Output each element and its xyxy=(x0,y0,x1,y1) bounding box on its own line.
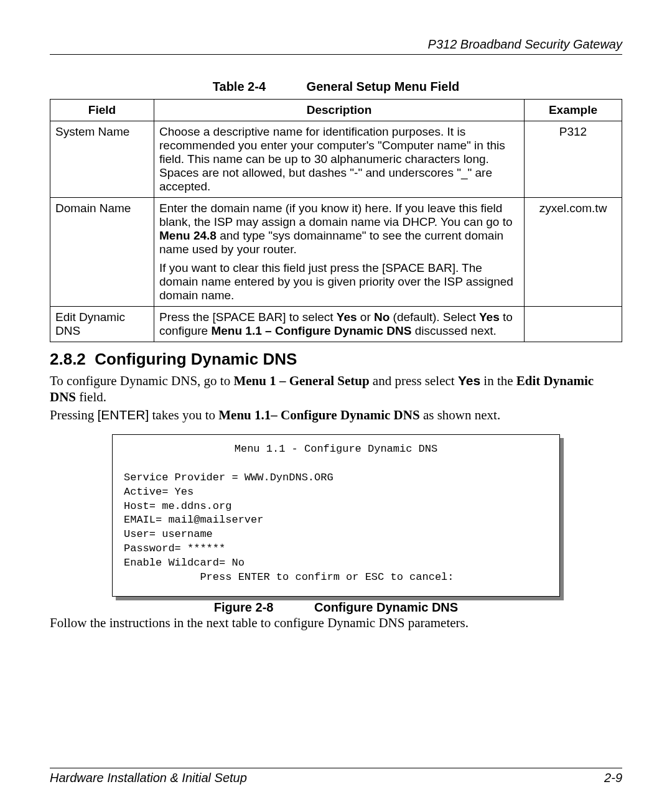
table-caption: Table 2-4 General Setup Menu Field xyxy=(50,80,622,94)
cell-description: Enter the domain name (if you know it) h… xyxy=(154,198,525,307)
col-field: Field xyxy=(50,100,154,121)
console-line: Password= ****** xyxy=(124,543,225,554)
cell-field: Domain Name xyxy=(50,198,154,307)
console-line: Host= me.ddns.org xyxy=(124,500,231,512)
body-paragraph: To configure Dynamic DNS, go to Menu 1 –… xyxy=(50,373,622,406)
table-title: General Setup Menu Field xyxy=(307,80,460,93)
cell-example: zyxel.com.tw xyxy=(525,198,622,307)
table-row: Edit Dynamic DNS Press the [SPACE BAR] t… xyxy=(50,307,622,342)
cell-example: P312 xyxy=(525,121,622,198)
table-header-row: Field Description Example xyxy=(50,100,622,121)
desc-text: If you want to clear this field just pre… xyxy=(159,261,519,302)
cell-example xyxy=(525,307,622,342)
table-number: Table 2-4 xyxy=(213,80,266,94)
general-setup-table: Field Description Example System Name Ch… xyxy=(50,99,622,342)
figure-caption: Figure 2-8 Configure Dynamic DNS xyxy=(50,600,622,615)
footer-page-number: 2-9 xyxy=(604,771,622,785)
page-footer: Hardware Installation & Initial Setup 2-… xyxy=(50,768,622,785)
figure-title: Configure Dynamic DNS xyxy=(314,600,458,614)
console-line: Enable Wildcard= No xyxy=(124,557,245,569)
console-line: Service Provider = WWW.DynDNS.ORG xyxy=(124,472,334,483)
console-title: Menu 1.1 - Configure Dynamic DNS xyxy=(124,442,548,457)
cell-description: Press the [SPACE BAR] to select Yes or N… xyxy=(154,307,525,342)
desc-text: Choose a descriptive name for identifica… xyxy=(159,125,519,193)
header-product-name: P312 Broadband Security Gateway xyxy=(428,37,622,51)
section-title: Configuring Dynamic DNS xyxy=(95,350,297,368)
document-page: P312 Broadband Security Gateway Table 2-… xyxy=(0,0,672,797)
console-line: EMAIL= mail@mailserver xyxy=(124,514,263,526)
console-line: User= username xyxy=(124,528,213,540)
col-example: Example xyxy=(525,100,622,121)
section-heading: 2.8.2 Configuring Dynamic DNS xyxy=(50,350,622,369)
cell-field: System Name xyxy=(50,121,154,198)
footer-left: Hardware Installation & Initial Setup xyxy=(50,771,247,785)
console-box: Menu 1.1 - Configure Dynamic DNS Service… xyxy=(112,434,560,597)
console-prompt: Press ENTER to confirm or ESC to cancel: xyxy=(200,571,454,583)
table-row: System Name Choose a descriptive name fo… xyxy=(50,121,622,198)
desc-text: Enter the domain name (if you know it) h… xyxy=(159,202,519,256)
console-screenshot: Menu 1.1 - Configure Dynamic DNS Service… xyxy=(112,434,560,597)
desc-text: Press the [SPACE BAR] to select Yes or N… xyxy=(159,310,519,338)
body-paragraph: Follow the instructions in the next tabl… xyxy=(50,615,622,631)
section-number: 2.8.2 xyxy=(50,350,86,368)
cell-description: Choose a descriptive name for identifica… xyxy=(154,121,525,198)
page-header: P312 Broadband Security Gateway xyxy=(50,37,622,55)
cell-field: Edit Dynamic DNS xyxy=(50,307,154,342)
table-row: Domain Name Enter the domain name (if yo… xyxy=(50,198,622,307)
console-line: Active= Yes xyxy=(124,486,194,498)
body-paragraph: Pressing [ENTER] takes you to Menu 1.1– … xyxy=(50,407,622,423)
figure-number: Figure 2-8 xyxy=(214,600,274,615)
col-description: Description xyxy=(154,100,525,121)
